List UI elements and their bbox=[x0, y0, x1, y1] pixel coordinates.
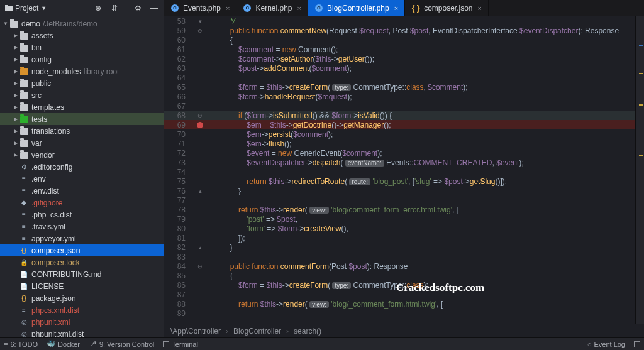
close-icon[interactable]: × bbox=[225, 4, 230, 12]
code-text[interactable]: if ($form->isSubmitted() && $form->isVal… bbox=[208, 111, 635, 120]
gutter[interactable]: ⊖ bbox=[192, 28, 208, 34]
collapse-icon[interactable]: ⇵ bbox=[109, 3, 119, 13]
breadcrumb-item[interactable]: BlogController bbox=[233, 327, 281, 336]
code-line-69[interactable]: 69 $em = $this->getDoctrine()->getManage… bbox=[164, 120, 635, 129]
code-line-77[interactable]: 77 bbox=[164, 195, 635, 205]
expand-arrow-icon[interactable]: ▶ bbox=[13, 57, 19, 62]
tree-node-node_modules[interactable]: ▶node_moduleslibrary root bbox=[0, 65, 164, 77]
tree-node-var[interactable]: ▶var bbox=[0, 137, 164, 149]
fold-icon[interactable]: ⊖ bbox=[197, 112, 203, 119]
code-line-70[interactable]: 70 $em->persist($comment); bbox=[164, 129, 635, 139]
tree-node-tests[interactable]: ▶tests bbox=[0, 113, 164, 125]
code-line-74[interactable]: 74 bbox=[164, 167, 635, 177]
tab-events-php[interactable]: CEvents.php× bbox=[164, 0, 236, 16]
code-text[interactable]: ]); bbox=[208, 234, 635, 243]
code-line-83[interactable]: 83 bbox=[164, 252, 635, 261]
gutter[interactable]: ⊖ bbox=[192, 112, 208, 119]
tree-node-CONTRIBUTING.md[interactable]: 📄CONTRIBUTING.md bbox=[0, 268, 164, 280]
gutter[interactable]: ⊖ bbox=[192, 263, 208, 270]
code-line-59[interactable]: 59⊖ public function commentNew(Request $… bbox=[164, 26, 635, 35]
tree-node-composer.json[interactable]: {}composer.json bbox=[0, 244, 164, 256]
code-text[interactable]: $em->persist($comment); bbox=[208, 130, 635, 139]
tree-node-public[interactable]: ▶public bbox=[0, 77, 164, 89]
code-text[interactable]: 'post' => $post, bbox=[208, 215, 635, 224]
code-line-84[interactable]: 84⊖ public function commentForm(Post $po… bbox=[164, 261, 635, 271]
fold-icon[interactable]: ▾ bbox=[199, 18, 202, 25]
tree-node-.editorconfig[interactable]: ⚙.editorconfig bbox=[0, 161, 164, 173]
code-text[interactable]: */ bbox=[208, 17, 635, 26]
tree-node-.php_cs.dist[interactable]: ≡.php_cs.dist bbox=[0, 209, 164, 221]
tree-node-.env[interactable]: ≡.env bbox=[0, 173, 164, 185]
expand-arrow-icon[interactable]: ▶ bbox=[13, 45, 19, 50]
code-text[interactable]: public function commentNew(Request $requ… bbox=[208, 26, 635, 35]
project-dropdown[interactable]: Project ▼ bbox=[0, 0, 52, 16]
tree-node-src[interactable]: ▶src bbox=[0, 89, 164, 101]
code-line-63[interactable]: 63 $post->addComment($comment); bbox=[164, 63, 635, 73]
code-line-60[interactable]: 60 { bbox=[164, 35, 635, 45]
code-line-82[interactable]: 82▴ } bbox=[164, 243, 635, 252]
tree-node-composer.lock[interactable]: 🔒composer.lock bbox=[0, 256, 164, 268]
event-log[interactable]: ○ Event Log bbox=[587, 341, 625, 348]
expand-arrow-icon[interactable]: ▶ bbox=[13, 80, 19, 86]
tab-blogcontroller-php[interactable]: CBlogController.php× bbox=[308, 0, 405, 16]
code-line-65[interactable]: 65 $form = $this->createForm( type: Comm… bbox=[164, 82, 635, 92]
tab-kernel-php[interactable]: CKernel.php× bbox=[236, 0, 308, 16]
code-line-72[interactable]: 72 $event = new GenericEvent($comment); bbox=[164, 148, 635, 158]
tree-node-LICENSE[interactable]: 📄LICENSE bbox=[0, 280, 164, 292]
code-line-66[interactable]: 66 $form->handleRequest($request); bbox=[164, 92, 635, 101]
expand-arrow-icon[interactable]: ▶ bbox=[13, 128, 19, 134]
code-line-58[interactable]: 58▾ */ bbox=[164, 16, 635, 26]
code-text[interactable]: return $this->render( view: 'blog/_comme… bbox=[208, 300, 635, 309]
code-text[interactable]: $em->flush(); bbox=[208, 139, 635, 148]
tree-node-.gitignore[interactable]: ◆.gitignore bbox=[0, 197, 164, 209]
terminal-tool[interactable]: Terminal bbox=[163, 341, 198, 348]
tree-node-templates[interactable]: ▶templates bbox=[0, 101, 164, 113]
code-line-80[interactable]: 80 'form' => $form->createView(), bbox=[164, 224, 635, 233]
target-icon[interactable]: ⊕ bbox=[93, 3, 103, 13]
breadcrumb-item[interactable]: search() bbox=[294, 327, 321, 336]
code-line-76[interactable]: 76▴ } bbox=[164, 186, 635, 195]
gutter[interactable]: ▴ bbox=[192, 188, 208, 194]
code-text[interactable]: $post->addComment($comment); bbox=[208, 64, 635, 73]
vcs-tool[interactable]: ⎇ 9: Version Control bbox=[89, 340, 154, 348]
code-line-68[interactable]: 68⊖ if ($form->isSubmitted() && $form->i… bbox=[164, 111, 635, 120]
code-text[interactable]: $em = $this->getDoctrine()->getManager()… bbox=[208, 121, 635, 129]
tree-node-phpcs.xml.dist[interactable]: ≡phpcs.xml.dist bbox=[0, 304, 164, 316]
tree-node-phpunit.xml[interactable]: ◎phpunit.xml bbox=[0, 316, 164, 328]
code-area[interactable]: 58▾ */59⊖ public function commentNew(Req… bbox=[164, 16, 635, 324]
code-text[interactable]: $eventDispatcher->dispatch( eventName: E… bbox=[208, 158, 635, 167]
memory-indicator[interactable] bbox=[634, 341, 640, 347]
code-line-89[interactable]: 89 bbox=[164, 309, 635, 318]
code-line-64[interactable]: 64 bbox=[164, 73, 635, 82]
code-text[interactable]: $comment = new Comment(); bbox=[208, 45, 635, 54]
tree-node-.travis.yml[interactable]: ≡.travis.yml bbox=[0, 221, 164, 232]
code-line-81[interactable]: 81 ]); bbox=[164, 233, 635, 243]
code-line-61[interactable]: 61 $comment = new Comment(); bbox=[164, 45, 635, 54]
code-line-87[interactable]: 87 bbox=[164, 290, 635, 299]
code-line-62[interactable]: 62 $comment->setAuthor($this->getUser())… bbox=[164, 54, 635, 63]
gutter[interactable]: ▾ bbox=[192, 18, 208, 25]
close-icon[interactable]: × bbox=[477, 4, 482, 12]
code-line-75[interactable]: 75 return $this->redirectToRoute( route:… bbox=[164, 177, 635, 186]
todo-tool[interactable]: ≡ 6: TODO bbox=[4, 341, 38, 348]
tree-node-vendor[interactable]: ▶vendor bbox=[0, 149, 164, 161]
expand-arrow-icon[interactable]: ▶ bbox=[13, 92, 19, 98]
expand-arrow-icon[interactable]: ▶ bbox=[13, 152, 19, 158]
tree-node-phpunit.xml.dist[interactable]: ◎phpunit.xml.dist bbox=[0, 328, 164, 337]
tree-node-demo[interactable]: ▼demo/JetBrains/demo bbox=[0, 18, 164, 30]
code-text[interactable]: } bbox=[208, 243, 635, 252]
code-line-67[interactable]: 67 bbox=[164, 101, 635, 111]
tree-node-translations[interactable]: ▶translations bbox=[0, 125, 164, 137]
code-text[interactable]: $form = $this->createForm( type: Comment… bbox=[208, 83, 635, 92]
expand-arrow-icon[interactable]: ▶ bbox=[13, 33, 19, 38]
code-text[interactable]: $comment->setAuthor($this->getUser()); bbox=[208, 55, 635, 63]
code-line-79[interactable]: 79 'post' => $post, bbox=[164, 214, 635, 224]
code-line-85[interactable]: 85 { bbox=[164, 271, 635, 280]
code-text[interactable]: return $this->render( view: 'blog/commen… bbox=[208, 205, 635, 214]
gear-icon[interactable]: ⚙ bbox=[133, 3, 143, 13]
breakpoint-icon[interactable] bbox=[197, 122, 203, 128]
fold-icon[interactable]: ⊖ bbox=[197, 263, 203, 270]
expand-arrow-icon[interactable]: ▶ bbox=[13, 68, 19, 74]
gutter[interactable]: ▴ bbox=[192, 244, 208, 251]
code-text[interactable]: } bbox=[208, 187, 635, 195]
